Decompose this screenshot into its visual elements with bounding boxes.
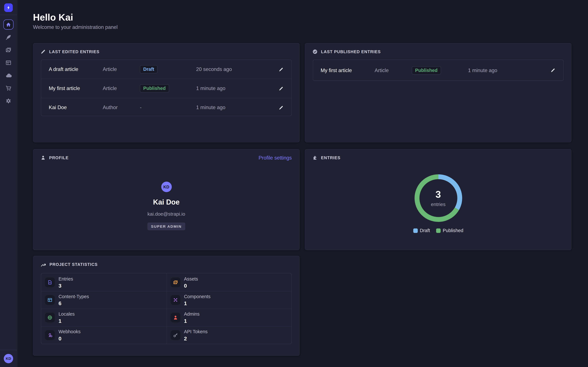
legend-label: Published [443,228,463,233]
table-row: Kai Doe Author - 1 minute ago [41,98,291,116]
last-published-entries-panel: LAST PUBLISHED ENTRIES My first article … [305,43,571,142]
strapi-logo-bolt-icon [6,5,11,10]
stat-value: 1 [184,318,187,324]
project-statistics-panel: PROJECT STATISTICS Entries 3 [33,256,300,356]
entry-time: 1 minute ago [196,105,225,110]
stat-label: Assets [184,276,198,281]
sidebar-user-avatar[interactable]: KD [4,354,13,363]
key-icon [173,333,178,338]
status-empty: - [140,105,141,110]
stat-label: Locales [59,312,75,317]
entry-time: 1 minute ago [196,86,225,91]
last-published-entries-table: My first article Article Published 1 min… [313,59,564,81]
page-subtitle: Welcome to your administration panel [33,24,118,30]
draft-swatch [413,228,418,233]
stat-label: Components [184,294,210,299]
panel-title: PROFILE [49,155,69,160]
stat-value: 1 [184,300,187,306]
profile-email: kai.doe@strapi.io [147,211,185,217]
gear-icon [5,98,12,104]
stat-icon-tile [45,295,55,305]
stat-assets: Assets 0 [166,273,291,291]
stat-entries: Entries 3 [41,273,166,291]
avatar: KD [161,182,172,192]
stat-icon-tile [170,313,180,323]
role-badge: SUPER ADMIN [147,223,185,230]
cloud-icon [5,72,12,79]
donut-svg [412,172,464,224]
table-row: My first article Article Published 1 min… [41,79,291,98]
published-swatch [436,228,441,233]
sidebar-item-content-manager[interactable] [3,32,14,42]
feather-icon [5,34,12,41]
edit-entry-button[interactable] [276,102,286,113]
sidebar-nav [0,19,17,106]
strapi-admin-dashboard: KD Hello Kai Welcome to your administrat… [0,0,588,367]
stat-value: 2 [184,335,187,342]
panel-title: PROJECT STATISTICS [50,262,98,267]
admin-user-icon [173,315,178,320]
nodes-icon [173,297,178,303]
entry-time: 1 minute ago [468,67,497,73]
globe-icon [47,315,52,320]
sidebar-divider [0,15,17,15]
stat-value: 0 [59,335,61,342]
pencil-icon [278,105,283,110]
stat-value: 1 [59,318,61,324]
profile-name: Kai Doe [153,198,180,207]
edit-entry-button[interactable] [276,64,286,75]
sidebar-item-home[interactable] [3,19,14,30]
entry-type: Article [103,67,117,72]
stat-locales: Locales 1 [41,309,166,326]
entry-type: Article [103,86,117,91]
sidebar: KD [0,0,17,367]
edit-entry-button[interactable] [276,83,286,94]
stat-icon-tile [170,277,180,287]
stat-label: Entries [59,276,73,281]
profile-settings-link[interactable]: Profile settings [259,155,292,161]
entries-chart-panel: ENTRIES 3 entries Draft Published [305,149,571,250]
home-icon [6,22,11,27]
stat-icon-tile [170,330,180,340]
entry-name: My first article [49,86,80,91]
sidebar-item-marketplace[interactable] [3,83,14,93]
last-edited-entries-table: A draft article Article Draft 20 seconds… [41,59,292,116]
stat-label: Webhooks [59,329,80,334]
stat-value: 0 [184,283,187,289]
pencil-icon [278,86,283,91]
project-statistics-header: PROJECT STATISTICS [33,256,299,273]
sidebar-item-deploy[interactable] [3,70,14,81]
check-circle-icon [312,49,318,54]
stat-value: 6 [59,300,61,306]
sidebar-item-content-type-builder[interactable] [3,58,14,68]
status-badge: Published [412,66,441,74]
stat-icon-tile [45,330,55,340]
trending-up-icon [41,262,46,267]
entry-name: My first article [321,67,352,73]
cart-icon [5,85,12,91]
stat-icon-tile [45,277,55,287]
sidebar-footer-divider [0,350,17,350]
stat-admins: Admins 1 [166,309,291,326]
last-published-entries-header: LAST PUBLISHED ENTRIES [305,43,571,60]
chart-legend: Draft Published [305,228,571,233]
edit-entry-button[interactable] [547,65,558,75]
entry-type: Article [375,67,389,73]
entry-name: A draft article [49,67,78,72]
pencil-icon [278,67,283,72]
stat-label: API Tokens [184,329,208,334]
table-row: My first article Article Published 1 min… [313,60,563,80]
legend-item-published: Published [436,228,463,233]
images-icon [173,280,178,285]
stat-label: Content-Types [59,294,89,299]
strapi-logo [4,3,13,12]
status-badge: Published [140,84,169,93]
stat-value: 3 [59,283,61,289]
stat-icon-tile [170,295,180,305]
puzzle-icon [312,155,318,160]
page-title: Hello Kai [33,12,73,23]
entry-name: Kai Doe [49,105,67,110]
sidebar-item-settings[interactable] [3,96,14,106]
legend-label: Draft [420,228,430,233]
sidebar-item-media-library[interactable] [3,45,14,55]
